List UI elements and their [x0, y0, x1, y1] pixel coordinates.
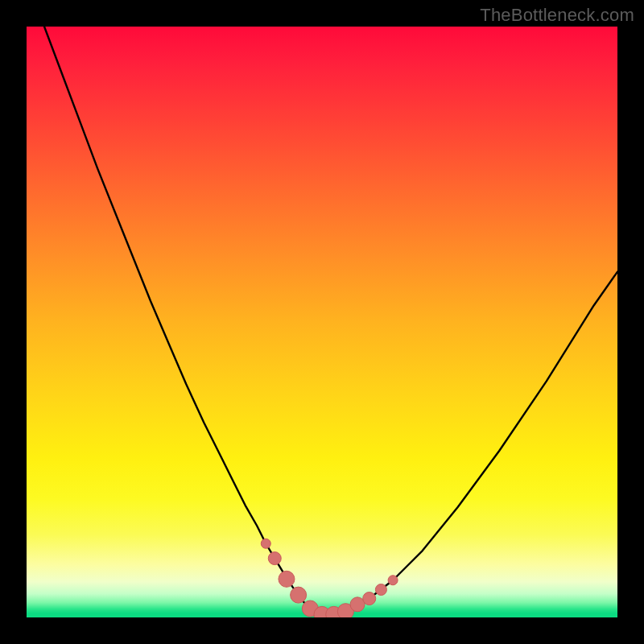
chart-svg: [27, 27, 617, 617]
plot-area: [27, 27, 617, 617]
dot-left-shoulder-1: [261, 539, 270, 548]
dot-right-shoulder-4: [388, 576, 398, 585]
dot-left-shoulder-2: [268, 552, 281, 565]
bottleneck-curve: [44, 27, 617, 614]
watermark-label: TheBottleneck.com: [480, 5, 634, 26]
chart-frame: TheBottleneck.com: [0, 0, 644, 644]
marker-dots: [261, 539, 398, 617]
dot-floor-2: [291, 587, 307, 603]
dot-right-shoulder-3: [375, 584, 386, 596]
dot-floor-1: [279, 571, 295, 587]
dot-right-shoulder-2: [363, 592, 376, 605]
